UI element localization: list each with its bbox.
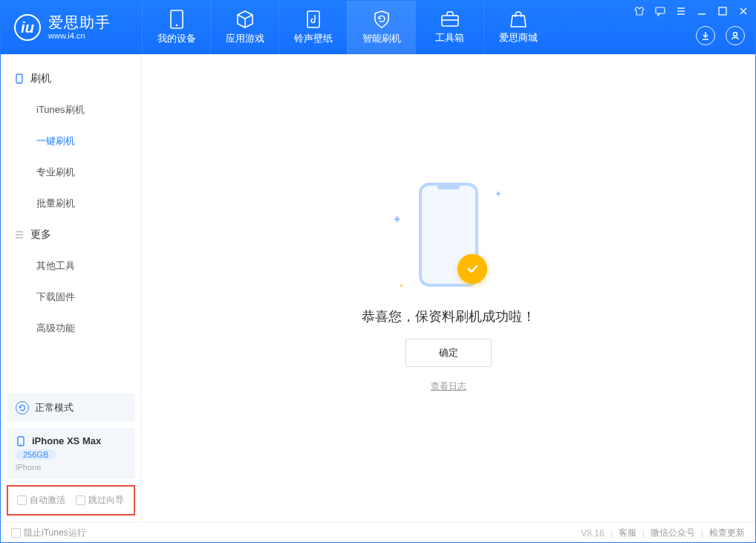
nav-store[interactable]: 爱思商城 <box>483 1 552 54</box>
refresh-icon <box>16 401 29 414</box>
nav-my-device[interactable]: 我的设备 <box>142 1 210 54</box>
cube-icon <box>235 10 255 29</box>
svg-rect-5 <box>719 7 726 15</box>
device-icon <box>169 10 185 29</box>
checkbox-block-itunes[interactable]: 阻止iTunes运行 <box>11 527 86 539</box>
feedback-icon[interactable] <box>654 5 666 17</box>
sidebar-item-download-firmware[interactable]: 下载固件 <box>1 282 141 313</box>
bag-icon <box>509 10 527 28</box>
note-icon <box>304 10 322 29</box>
nav-toolbox[interactable]: 工具箱 <box>415 1 483 54</box>
success-illustration: ✦ ✦ ✦ <box>397 183 501 294</box>
wechat-link[interactable]: 微信公众号 <box>651 527 695 539</box>
menu-icon[interactable] <box>675 5 687 17</box>
mode-card[interactable]: 正常模式 <box>7 394 135 422</box>
phone-icon <box>14 74 25 84</box>
svg-point-1 <box>175 25 177 27</box>
brand-url: www.i4.cn <box>48 31 111 41</box>
svg-rect-4 <box>656 7 665 13</box>
maximize-button[interactable] <box>717 5 729 17</box>
status-bar: 阻止iTunes运行 V8.16 | 客服 | 微信公众号 | 检查更新 <box>1 521 755 543</box>
main-content: ✦ ✦ ✦ 恭喜您，保资料刷机成功啦！ 确定 查看日志 <box>142 54 755 521</box>
svg-point-8 <box>19 81 19 82</box>
sidebar-group-flash[interactable]: 刷机 <box>1 63 141 94</box>
ok-button[interactable]: 确定 <box>405 339 492 367</box>
version-label: V8.16 <box>581 528 604 539</box>
view-log-link[interactable]: 查看日志 <box>431 380 466 393</box>
user-icon[interactable] <box>726 26 745 45</box>
header-actions <box>696 26 745 45</box>
svg-rect-3 <box>442 16 458 26</box>
sidebar-item-pro-flash[interactable]: 专业刷机 <box>1 157 141 188</box>
window-controls <box>633 5 749 17</box>
svg-point-6 <box>734 33 737 36</box>
sidebar-item-other-tools[interactable]: 其他工具 <box>1 250 141 282</box>
capacity-badge: 256GB <box>16 449 56 460</box>
brand-name: 爱思助手 <box>48 14 111 31</box>
sidebar-group-more[interactable]: 更多 <box>1 219 141 250</box>
skin-icon[interactable] <box>633 5 645 17</box>
device-card[interactable]: iPhone XS Max 256GB iPhone <box>7 428 135 479</box>
sidebar-item-itunes-flash[interactable]: iTunes刷机 <box>1 94 141 126</box>
sidebar: 刷机 iTunes刷机 一键刷机 专业刷机 批量刷机 更多 其他工具 下载固件 … <box>1 54 142 521</box>
sidebar-item-batch-flash[interactable]: 批量刷机 <box>1 188 141 219</box>
checkbox-skip-guide[interactable]: 跳过向导 <box>76 494 124 507</box>
list-icon <box>14 230 25 240</box>
sparkle-icon: ✦ <box>495 189 502 199</box>
top-nav: 我的设备 应用游戏 铃声壁纸 智能刷机 工具箱 爱思商城 <box>142 1 552 54</box>
close-button[interactable] <box>737 5 749 17</box>
svg-point-10 <box>20 443 21 444</box>
minimize-button[interactable] <box>696 5 708 17</box>
success-message: 恭喜您，保资料刷机成功啦！ <box>362 308 535 325</box>
brand-logo-icon: iu <box>14 14 41 41</box>
sidebar-item-advanced[interactable]: 高级功能 <box>1 313 141 344</box>
title-bar: iu 爱思助手 www.i4.cn 我的设备 应用游戏 铃声壁纸 智能刷机 工具… <box>1 1 755 54</box>
sparkle-icon: ✦ <box>392 212 402 227</box>
svg-rect-2 <box>307 11 319 27</box>
brand: iu 爱思助手 www.i4.cn <box>1 1 142 54</box>
options-highlight-box: 自动激活 跳过向导 <box>7 485 135 516</box>
device-small-icon <box>16 436 26 446</box>
nav-ringtones-wallpapers[interactable]: 铃声壁纸 <box>278 1 347 54</box>
shield-refresh-icon <box>372 10 391 29</box>
download-icon[interactable] <box>696 26 715 45</box>
support-link[interactable]: 客服 <box>619 527 636 539</box>
nav-apps-games[interactable]: 应用游戏 <box>210 1 278 54</box>
toolbox-icon <box>440 10 460 28</box>
sidebar-item-oneclick-flash[interactable]: 一键刷机 <box>1 126 141 157</box>
nav-smart-flash[interactable]: 智能刷机 <box>347 1 415 54</box>
check-update-link[interactable]: 检查更新 <box>709 527 745 539</box>
check-badge-icon <box>457 254 487 284</box>
checkbox-auto-activate[interactable]: 自动激活 <box>17 494 65 507</box>
sparkle-icon: ✦ <box>398 282 404 290</box>
